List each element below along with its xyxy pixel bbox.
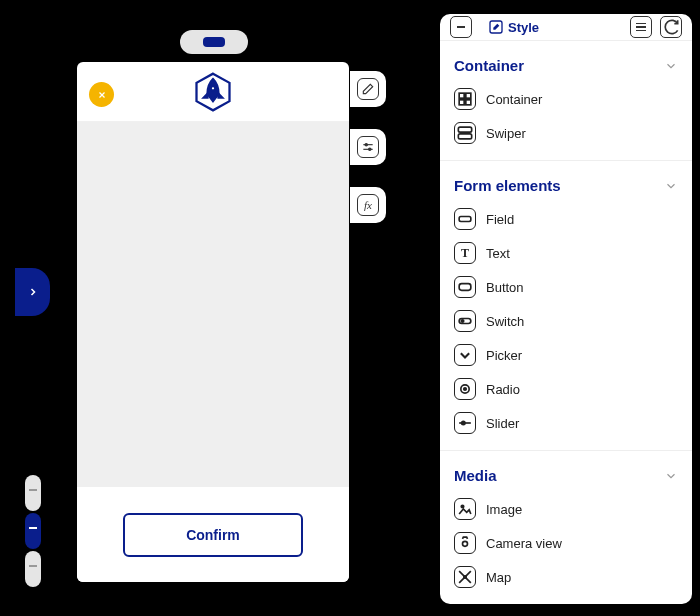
item-label: Text <box>486 246 510 261</box>
collapse-button[interactable] <box>450 16 472 38</box>
item-label: Map <box>486 570 511 585</box>
app-logo <box>191 70 235 114</box>
item-label: Field <box>486 212 514 227</box>
item-label: Slider <box>486 416 519 431</box>
section-header-container[interactable]: Container <box>440 51 692 80</box>
close-button[interactable] <box>89 82 114 107</box>
item-picker[interactable]: Picker <box>454 340 678 370</box>
svg-point-5 <box>365 144 367 146</box>
svg-point-19 <box>461 320 464 323</box>
slider-icon <box>454 412 476 434</box>
chevron-down-icon <box>664 179 678 193</box>
canvas-body[interactable] <box>77 122 349 487</box>
item-label: Image <box>486 502 522 517</box>
camera-icon <box>454 532 476 554</box>
text-icon: T <box>454 242 476 264</box>
switch-icon <box>454 310 476 332</box>
preview-canvas: Confirm <box>77 62 349 582</box>
item-container[interactable]: Container <box>454 84 678 114</box>
section-form: Form elements Field T Text Button <box>440 161 692 451</box>
item-label: Camera view <box>486 536 562 551</box>
section-header-media[interactable]: Media <box>440 461 692 490</box>
zoom-pill-bottom[interactable] <box>25 551 41 587</box>
field-icon <box>454 208 476 230</box>
list-button[interactable] <box>630 16 652 38</box>
svg-point-25 <box>463 541 468 546</box>
zoom-controls <box>25 475 41 587</box>
button-icon <box>454 276 476 298</box>
svg-rect-10 <box>466 93 471 98</box>
picker-icon <box>454 344 476 366</box>
svg-point-3 <box>211 86 216 91</box>
section-container: Container Container Swiper <box>440 41 692 161</box>
image-icon <box>454 498 476 520</box>
svg-point-7 <box>369 148 371 150</box>
panel-toolbar: Style <box>440 14 692 41</box>
item-field[interactable]: Field <box>454 204 678 234</box>
section-media: Media Image Camera view Map <box>440 451 692 604</box>
section-header-form[interactable]: Form elements <box>440 171 692 200</box>
svg-rect-13 <box>458 127 471 132</box>
item-map[interactable]: Map <box>454 562 678 592</box>
svg-point-24 <box>461 505 464 508</box>
canvas-header <box>77 62 349 122</box>
item-label: Radio <box>486 382 520 397</box>
zoom-pill-middle[interactable] <box>25 513 41 549</box>
sliders-action[interactable] <box>350 129 386 165</box>
svg-rect-11 <box>459 100 464 105</box>
item-camera[interactable]: Camera view <box>454 528 678 558</box>
item-button[interactable]: Button <box>454 272 678 302</box>
confirm-button[interactable]: Confirm <box>123 513 303 557</box>
close-icon <box>97 90 107 100</box>
svg-rect-12 <box>466 100 471 105</box>
svg-point-21 <box>464 388 467 391</box>
pencil-icon <box>357 78 379 100</box>
map-icon <box>454 566 476 588</box>
svg-rect-17 <box>459 284 471 291</box>
zoom-pill-top[interactable] <box>25 475 41 511</box>
item-switch[interactable]: Switch <box>454 306 678 336</box>
item-text[interactable]: T Text <box>454 238 678 268</box>
svg-rect-9 <box>459 93 464 98</box>
item-radio[interactable]: Radio <box>454 374 678 404</box>
svg-point-28 <box>464 576 467 579</box>
section-title-form: Form elements <box>454 177 561 194</box>
item-slider[interactable]: Slider <box>454 408 678 438</box>
top-size-pill-handle <box>203 37 225 47</box>
item-label: Button <box>486 280 524 295</box>
style-tab-label: Style <box>508 20 539 35</box>
refresh-button[interactable] <box>660 16 682 38</box>
swiper-icon <box>454 122 476 144</box>
edit-action[interactable] <box>350 71 386 107</box>
component-panel: Style Container Container <box>440 14 692 604</box>
svg-rect-15 <box>459 217 471 222</box>
item-label: Swiper <box>486 126 526 141</box>
top-size-pill[interactable] <box>180 30 248 54</box>
chevron-down-icon <box>664 59 678 73</box>
style-tab[interactable]: Style <box>480 15 547 39</box>
radio-icon <box>454 378 476 400</box>
chevron-right-icon <box>27 286 39 298</box>
side-actions: fx <box>350 71 386 223</box>
expand-handle[interactable] <box>15 268 50 316</box>
svg-point-23 <box>462 421 465 424</box>
item-swiper[interactable]: Swiper <box>454 118 678 148</box>
svg-rect-14 <box>458 134 471 139</box>
section-title-container: Container <box>454 57 524 74</box>
function-action[interactable]: fx <box>350 187 386 223</box>
refresh-icon <box>661 17 681 37</box>
item-label: Picker <box>486 348 522 363</box>
section-title-media: Media <box>454 467 497 484</box>
item-image[interactable]: Image <box>454 494 678 524</box>
rocket-icon <box>191 70 235 114</box>
container-icon <box>454 88 476 110</box>
canvas-footer: Confirm <box>77 487 349 582</box>
item-label: Container <box>486 92 542 107</box>
function-icon: fx <box>357 194 379 216</box>
pencil-square-icon <box>488 19 504 35</box>
chevron-down-icon <box>664 469 678 483</box>
item-label: Switch <box>486 314 524 329</box>
sliders-icon <box>357 136 379 158</box>
confirm-button-label: Confirm <box>186 527 240 543</box>
